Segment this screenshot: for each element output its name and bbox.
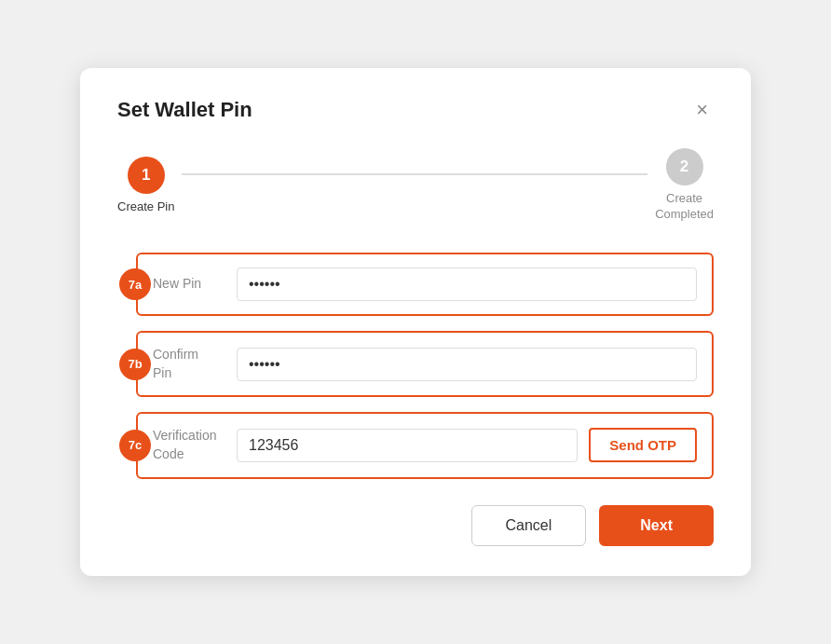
new-pin-label: New Pin bbox=[153, 275, 237, 294]
modal-title: Set Wallet Pin bbox=[117, 98, 252, 122]
step-2-label: CreateCompleted bbox=[655, 191, 714, 223]
verification-code-row: 7c VerificationCode Send OTP bbox=[136, 412, 714, 478]
confirm-pin-label: ConfirmPin bbox=[153, 346, 237, 382]
step-line bbox=[182, 173, 647, 175]
next-button[interactable]: Next bbox=[599, 505, 714, 546]
step-2-circle: 2 bbox=[666, 148, 703, 185]
step-1-label: Create Pin bbox=[117, 199, 174, 215]
badge-7c: 7c bbox=[119, 430, 151, 461]
send-otp-button[interactable]: Send OTP bbox=[589, 428, 697, 462]
badge-7a: 7a bbox=[119, 268, 151, 300]
verification-code-label: VerificationCode bbox=[153, 427, 237, 463]
new-pin-row: 7a New Pin bbox=[136, 253, 714, 316]
modal-footer: Cancel Next bbox=[117, 505, 714, 546]
confirm-pin-row: 7b ConfirmPin bbox=[136, 331, 714, 397]
confirm-pin-input[interactable] bbox=[237, 348, 697, 381]
close-button[interactable]: × bbox=[690, 98, 714, 122]
verification-code-input[interactable] bbox=[237, 429, 578, 462]
cancel-button[interactable]: Cancel bbox=[471, 505, 587, 546]
stepper: 1 Create Pin 2 CreateCompleted bbox=[117, 148, 714, 223]
modal-header: Set Wallet Pin × bbox=[117, 98, 714, 122]
form-container: 7a New Pin 7b ConfirmPin 7c Verification… bbox=[117, 253, 714, 478]
set-wallet-pin-modal: Set Wallet Pin × 1 Create Pin 2 CreateCo… bbox=[80, 68, 751, 575]
new-pin-input[interactable] bbox=[237, 267, 697, 301]
step-2: 2 CreateCompleted bbox=[655, 148, 714, 223]
step-1: 1 Create Pin bbox=[117, 157, 174, 215]
badge-7b: 7b bbox=[119, 349, 151, 380]
step-1-circle: 1 bbox=[128, 157, 165, 194]
